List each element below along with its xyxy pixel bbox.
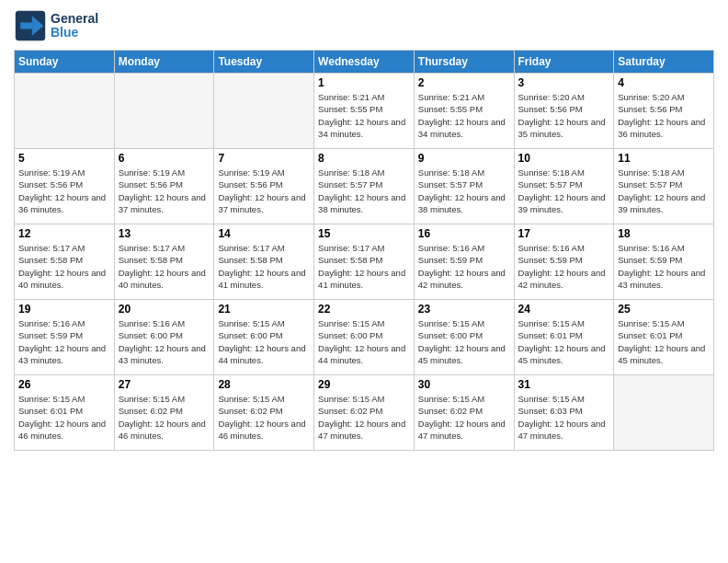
day-cell: 7Sunrise: 5:19 AMSunset: 5:56 PMDaylight…: [214, 149, 314, 224]
day-cell: 1Sunrise: 5:21 AMSunset: 5:55 PMDaylight…: [314, 74, 415, 149]
weekday-friday: Friday: [514, 51, 614, 74]
day-number: 12: [18, 227, 110, 240]
day-info: Sunrise: 5:15 AMSunset: 6:01 PMDaylight:…: [618, 317, 710, 366]
day-info: Sunrise: 5:18 AMSunset: 5:57 PMDaylight:…: [518, 167, 610, 215]
day-cell: 25Sunrise: 5:15 AMSunset: 6:01 PMDayligh…: [614, 300, 714, 375]
day-number: 11: [618, 152, 710, 165]
day-cell: 30Sunrise: 5:15 AMSunset: 6:02 PMDayligh…: [414, 375, 514, 451]
day-info: Sunrise: 5:17 AMSunset: 5:58 PMDaylight:…: [18, 242, 110, 291]
day-cell: 19Sunrise: 5:16 AMSunset: 5:59 PMDayligh…: [15, 300, 115, 375]
week-row-2: 5Sunrise: 5:19 AMSunset: 5:56 PMDaylight…: [15, 149, 714, 224]
day-info: Sunrise: 5:18 AMSunset: 5:57 PMDaylight:…: [618, 167, 710, 215]
day-cell: 23Sunrise: 5:15 AMSunset: 6:00 PMDayligh…: [414, 300, 514, 375]
day-number: 20: [119, 303, 210, 316]
day-info: Sunrise: 5:16 AMSunset: 5:59 PMDaylight:…: [618, 242, 710, 291]
day-cell: [214, 74, 314, 149]
day-cell: 10Sunrise: 5:18 AMSunset: 5:57 PMDayligh…: [514, 149, 614, 224]
day-number: 1: [318, 76, 410, 89]
day-number: 18: [618, 227, 710, 240]
day-number: 8: [318, 152, 410, 165]
day-number: 17: [518, 227, 610, 240]
day-cell: 11Sunrise: 5:18 AMSunset: 5:57 PMDayligh…: [614, 149, 714, 224]
day-number: 29: [318, 378, 410, 391]
day-info: Sunrise: 5:15 AMSunset: 6:02 PMDaylight:…: [218, 393, 310, 442]
day-cell: 28Sunrise: 5:15 AMSunset: 6:02 PMDayligh…: [214, 375, 314, 451]
weekday-monday: Monday: [114, 51, 214, 74]
weekday-header-row: SundayMondayTuesdayWednesdayThursdayFrid…: [15, 51, 714, 74]
day-number: 6: [119, 152, 210, 165]
logo: General Blue: [14, 9, 98, 42]
day-info: Sunrise: 5:15 AMSunset: 6:02 PMDaylight:…: [418, 393, 510, 442]
day-number: 10: [518, 152, 610, 165]
day-info: Sunrise: 5:19 AMSunset: 5:56 PMDaylight:…: [218, 167, 310, 215]
day-info: Sunrise: 5:15 AMSunset: 6:03 PMDaylight:…: [518, 393, 610, 442]
day-number: 14: [218, 227, 310, 240]
day-info: Sunrise: 5:16 AMSunset: 6:00 PMDaylight:…: [119, 317, 210, 366]
day-number: 4: [618, 76, 710, 89]
day-info: Sunrise: 5:18 AMSunset: 5:57 PMDaylight:…: [418, 167, 510, 215]
day-cell: 6Sunrise: 5:19 AMSunset: 5:56 PMDaylight…: [114, 149, 214, 224]
header: General Blue: [14, 9, 714, 42]
day-info: Sunrise: 5:15 AMSunset: 6:00 PMDaylight:…: [418, 317, 510, 366]
day-info: Sunrise: 5:16 AMSunset: 5:59 PMDaylight:…: [418, 242, 510, 291]
day-cell: 17Sunrise: 5:16 AMSunset: 5:59 PMDayligh…: [514, 224, 614, 300]
day-number: 13: [119, 227, 210, 240]
day-number: 22: [318, 303, 410, 316]
day-info: Sunrise: 5:15 AMSunset: 6:01 PMDaylight:…: [18, 393, 110, 442]
logo-icon: [14, 9, 47, 42]
day-info: Sunrise: 5:17 AMSunset: 5:58 PMDaylight:…: [218, 242, 310, 291]
weekday-saturday: Saturday: [614, 51, 714, 74]
day-cell: [15, 74, 115, 149]
day-info: Sunrise: 5:15 AMSunset: 6:02 PMDaylight:…: [119, 393, 210, 442]
weekday-sunday: Sunday: [15, 51, 115, 74]
day-cell: 15Sunrise: 5:17 AMSunset: 5:58 PMDayligh…: [314, 224, 415, 300]
day-number: 28: [218, 378, 310, 391]
day-cell: 29Sunrise: 5:15 AMSunset: 6:02 PMDayligh…: [314, 375, 415, 451]
day-number: 15: [318, 227, 410, 240]
day-info: Sunrise: 5:15 AMSunset: 6:00 PMDaylight:…: [318, 317, 410, 366]
day-info: Sunrise: 5:19 AMSunset: 5:56 PMDaylight:…: [18, 167, 110, 215]
day-info: Sunrise: 5:15 AMSunset: 6:01 PMDaylight:…: [518, 317, 610, 366]
day-info: Sunrise: 5:16 AMSunset: 5:59 PMDaylight:…: [18, 317, 110, 366]
day-number: 2: [418, 76, 510, 89]
day-info: Sunrise: 5:21 AMSunset: 5:55 PMDaylight:…: [318, 91, 410, 140]
day-info: Sunrise: 5:15 AMSunset: 6:02 PMDaylight:…: [318, 393, 410, 442]
day-number: 21: [218, 303, 310, 316]
day-number: 3: [518, 76, 610, 89]
day-number: 16: [418, 227, 510, 240]
week-row-3: 12Sunrise: 5:17 AMSunset: 5:58 PMDayligh…: [15, 224, 714, 300]
day-cell: 13Sunrise: 5:17 AMSunset: 5:58 PMDayligh…: [114, 224, 214, 300]
day-cell: 8Sunrise: 5:18 AMSunset: 5:57 PMDaylight…: [314, 149, 415, 224]
day-number: 30: [418, 378, 510, 391]
day-cell: 21Sunrise: 5:15 AMSunset: 6:00 PMDayligh…: [214, 300, 314, 375]
day-cell: [614, 375, 714, 451]
day-cell: 24Sunrise: 5:15 AMSunset: 6:01 PMDayligh…: [514, 300, 614, 375]
day-cell: 2Sunrise: 5:21 AMSunset: 5:55 PMDaylight…: [414, 74, 514, 149]
weekday-thursday: Thursday: [414, 51, 514, 74]
day-cell: 26Sunrise: 5:15 AMSunset: 6:01 PMDayligh…: [15, 375, 115, 451]
day-cell: 12Sunrise: 5:17 AMSunset: 5:58 PMDayligh…: [15, 224, 115, 300]
day-info: Sunrise: 5:21 AMSunset: 5:55 PMDaylight:…: [418, 91, 510, 140]
weekday-tuesday: Tuesday: [214, 51, 314, 74]
day-info: Sunrise: 5:17 AMSunset: 5:58 PMDaylight:…: [119, 242, 210, 291]
day-info: Sunrise: 5:19 AMSunset: 5:56 PMDaylight:…: [119, 167, 210, 215]
day-cell: 31Sunrise: 5:15 AMSunset: 6:03 PMDayligh…: [514, 375, 614, 451]
day-info: Sunrise: 5:20 AMSunset: 5:56 PMDaylight:…: [618, 91, 710, 140]
day-number: 19: [18, 303, 110, 316]
logo-text: General Blue: [51, 12, 98, 40]
day-info: Sunrise: 5:20 AMSunset: 5:56 PMDaylight:…: [518, 91, 610, 140]
day-number: 31: [518, 378, 610, 391]
day-info: Sunrise: 5:18 AMSunset: 5:57 PMDaylight:…: [318, 167, 410, 215]
week-row-4: 19Sunrise: 5:16 AMSunset: 5:59 PMDayligh…: [15, 300, 714, 375]
day-number: 9: [418, 152, 510, 165]
day-cell: 18Sunrise: 5:16 AMSunset: 5:59 PMDayligh…: [614, 224, 714, 300]
day-info: Sunrise: 5:15 AMSunset: 6:00 PMDaylight:…: [218, 317, 310, 366]
day-cell: 5Sunrise: 5:19 AMSunset: 5:56 PMDaylight…: [15, 149, 115, 224]
day-cell: 9Sunrise: 5:18 AMSunset: 5:57 PMDaylight…: [414, 149, 514, 224]
day-cell: 4Sunrise: 5:20 AMSunset: 5:56 PMDaylight…: [614, 74, 714, 149]
day-number: 23: [418, 303, 510, 316]
day-number: 24: [518, 303, 610, 316]
day-number: 25: [618, 303, 710, 316]
day-cell: [114, 74, 214, 149]
day-number: 7: [218, 152, 310, 165]
